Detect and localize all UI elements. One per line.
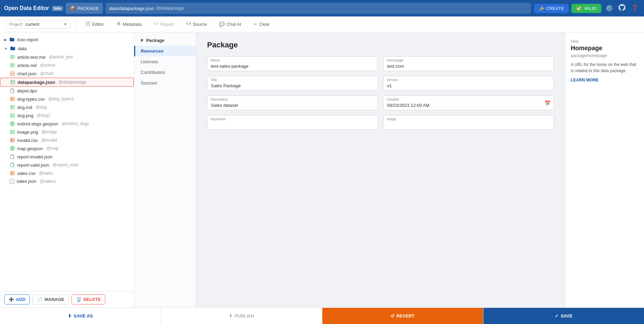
toolbar-metadata-button[interactable]: Metadata xyxy=(113,19,145,29)
toolbar-divider xyxy=(76,20,77,29)
image-input[interactable] xyxy=(383,115,554,130)
manage-icon: 📄 xyxy=(37,297,43,302)
sidebar-file-dog-types[interactable]: dog-types.csv @dog_types1 xyxy=(0,95,134,103)
add-button[interactable]: ➕ ADD xyxy=(4,294,30,304)
file-name: chart.json xyxy=(17,71,36,76)
file-name: report-invalid.json xyxy=(17,154,53,159)
toolbar-editor-button[interactable]: Editor xyxy=(82,19,107,29)
sidebar: ▶ lcov-report ▼ data article-test.md xyxy=(0,32,134,308)
breadcrumb-path: data/datapackage.json xyxy=(109,6,154,11)
toolbar-clear-button[interactable]: ✂ Clear xyxy=(250,20,273,29)
left-nav-item-contributors[interactable]: Contributors xyxy=(134,67,196,78)
file-name: depot.dpo xyxy=(17,88,37,93)
valid-button[interactable]: ✅ VALID xyxy=(571,4,601,13)
title-input[interactable] xyxy=(207,76,378,91)
settings-icon-button[interactable]: ⚙️ xyxy=(604,3,614,13)
keywords-input[interactable] xyxy=(207,115,378,130)
revert-label: REVERT xyxy=(396,313,415,319)
app-title: Open Data Editor beta xyxy=(4,5,63,11)
version-input[interactable] xyxy=(383,76,554,91)
created-field-label: Created xyxy=(387,98,399,101)
source-label: Source xyxy=(193,22,207,27)
file-alias: @sales1 xyxy=(40,179,56,184)
file-name: dog.png xyxy=(17,113,33,118)
sidebar-file-report-valid[interactable]: report-valid.json @report_valid xyxy=(0,161,134,169)
csv-file-icon xyxy=(10,170,15,176)
svg-rect-3 xyxy=(11,80,15,84)
toolbar-source-button[interactable]: Source xyxy=(183,19,210,29)
left-nav-item-licenses[interactable]: Licenses xyxy=(134,56,196,67)
title-field-label: Title xyxy=(211,78,217,82)
breadcrumb-alias: @datapackage xyxy=(156,6,184,11)
licenses-label: Licenses xyxy=(141,59,158,64)
sidebar-file-invalid-csv[interactable]: invalid.csv @invalid xyxy=(0,136,134,144)
calendar-icon[interactable]: 📅 xyxy=(545,100,550,106)
form-row-desc-created: Description Created 📅 xyxy=(207,96,554,110)
delete-button[interactable]: 🗑️ DELETE xyxy=(72,294,105,304)
manage-button[interactable]: 📄 MANAGE xyxy=(33,294,69,304)
package-nav-chevron: ▼ xyxy=(140,38,144,43)
image-field-label: Image xyxy=(387,117,396,121)
valid-label: VALID xyxy=(584,6,597,11)
help-title: Homepage xyxy=(571,45,638,52)
form-row-keywords-image: Keywords Image xyxy=(207,115,554,130)
left-nav-item-resources[interactable]: Resources xyxy=(134,46,196,56)
sidebar-folder-lcov-report[interactable]: ▶ lcov-report xyxy=(0,35,134,44)
sidebar-file-depot[interactable]: depot.dpo xyxy=(0,87,134,95)
homepage-input[interactable] xyxy=(383,56,554,71)
folder-icon xyxy=(10,45,16,52)
package-tab-button[interactable]: 📦 PACKAGE xyxy=(66,3,103,14)
sidebar-file-map[interactable]: map.geojson @map xyxy=(0,144,134,153)
github-icon-button[interactable] xyxy=(617,3,627,14)
save-label: SAVE xyxy=(561,313,572,319)
project-selector[interactable]: Project: current ▼ xyxy=(6,20,71,29)
revert-button[interactable]: ↺ REVERT xyxy=(322,308,483,324)
left-nav-item-sources[interactable]: Sources xyxy=(134,78,196,88)
keywords-field-label: Keywords xyxy=(211,117,226,121)
save-as-button[interactable]: ⬇ SAVE AS xyxy=(0,308,161,324)
sidebar-file-extinct-dogs[interactable]: extinct-dogs.geojson @extinct_dogs xyxy=(0,120,134,128)
page-title: Package xyxy=(207,41,554,49)
md-file-icon xyxy=(10,104,15,110)
sidebar-folder-name: data xyxy=(18,46,26,51)
toolbar-chat-ai-button[interactable]: 💬 Chat AI xyxy=(216,20,245,29)
form-field-image: Image xyxy=(383,115,554,130)
save-button[interactable]: ✓ SAVE xyxy=(483,308,644,324)
left-nav-package-header[interactable]: ▼ Package xyxy=(134,35,196,46)
description-input[interactable] xyxy=(207,96,378,110)
file-name: sales.json xyxy=(17,179,36,184)
report-label: Report xyxy=(160,22,174,27)
header-actions: ✨ CREATE ✅ VALID ⚙️ ❓ xyxy=(534,3,640,14)
bottom-bar: ⬇ SAVE AS ⬆ PUBLISH ↺ REVERT ✓ SAVE xyxy=(0,308,644,324)
sidebar-file-tree: ▶ lcov-report ▼ data article-test.md xyxy=(0,32,134,291)
sidebar-file-article-test[interactable]: article-test.md @article_test xyxy=(0,53,134,61)
json-file-icon xyxy=(10,154,15,159)
created-input[interactable] xyxy=(383,96,554,110)
sidebar-file-report-invalid[interactable]: report-invalid.json xyxy=(0,153,134,161)
sidebar-file-datapackage[interactable]: datapackage.json @datapackage xyxy=(0,78,134,87)
sidebar-file-dog-md[interactable]: dog.md @dog xyxy=(0,103,134,111)
geo-file-icon xyxy=(10,146,15,151)
create-button[interactable]: ✨ CREATE xyxy=(534,4,569,13)
package-form: Package Name Homepage Title Version xyxy=(196,32,565,308)
form-field-name: Name xyxy=(207,56,378,71)
sidebar-file-article[interactable]: article.md @article xyxy=(0,61,134,69)
sidebar-file-dog-png[interactable]: dog.png @dog1 xyxy=(0,111,134,120)
publish-button[interactable]: ⬆ PUBLISH xyxy=(161,308,322,324)
sidebar-file-chart[interactable]: chart.json @chart xyxy=(0,69,134,78)
sidebar-folder-data[interactable]: ▼ data xyxy=(0,44,134,53)
help-panel: Help Homepage package/homepage A URL for… xyxy=(565,32,644,308)
beta-badge: beta xyxy=(52,6,63,11)
svg-rect-11 xyxy=(11,138,14,142)
manage-label: MANAGE xyxy=(44,297,64,302)
sidebar-file-sales-json[interactable]: = sales.json @sales1 xyxy=(0,177,134,185)
toolbar-report-button[interactable]: Report xyxy=(150,19,177,29)
file-name: sales.csv xyxy=(17,171,35,176)
name-input[interactable] xyxy=(207,56,378,71)
help-icon-button[interactable]: ❓ xyxy=(630,3,640,13)
learn-more-link[interactable]: LEARN MORE xyxy=(571,78,599,82)
file-alias: @extinct_dogs xyxy=(62,121,89,126)
sidebar-file-sales-csv[interactable]: sales.csv @sales xyxy=(0,169,134,177)
sidebar-file-image[interactable]: image.png @image xyxy=(0,128,134,136)
publish-icon: ⬆ xyxy=(229,313,233,319)
